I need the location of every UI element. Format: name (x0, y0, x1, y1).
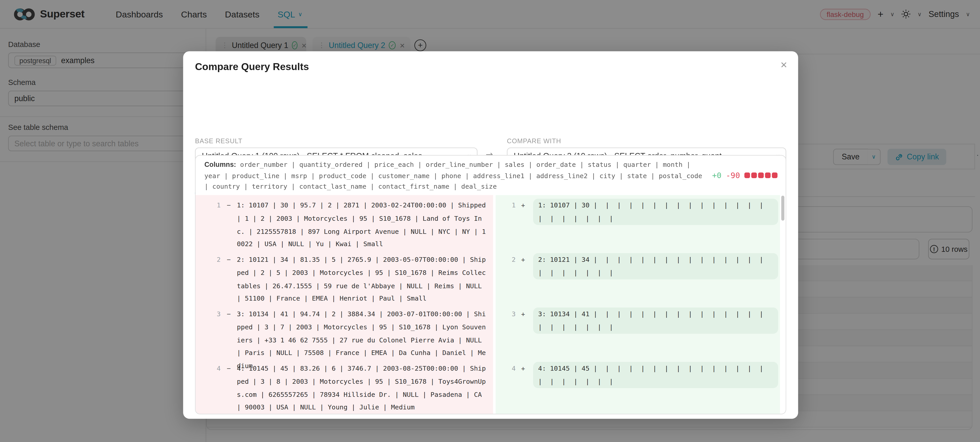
compare-query-results-modal: Compare Query Results ✕ BASE RESULT COMP… (183, 51, 798, 419)
diff-row-removed: 2 − 2: 10121 | 34 | 81.35 | 5 | 2765.9 |… (196, 253, 493, 307)
minus-marker: − (221, 199, 237, 212)
removed-row-text: 2: 10121 | 34 | 81.35 | 5 | 2765.9 | 200… (237, 253, 488, 305)
line-number: 2 (496, 253, 515, 266)
removed-count: -90 (726, 171, 740, 180)
minus-marker: − (221, 307, 237, 321)
diff-stats: +0 -90 (712, 171, 778, 180)
diff-scrollbar[interactable] (780, 195, 786, 414)
line-number: 3 (496, 307, 515, 321)
viewport: Superset Dashboards Charts Datasets SQL … (0, 0, 980, 442)
diff-row-removed: 4 − 4: 10145 | 45 | 83.26 | 6 | 3746.7 |… (196, 362, 493, 415)
diff-row-removed: 3 − 3: 10134 | 41 | 94.74 | 2 | 3884.34 … (196, 307, 493, 362)
plus-marker: + (515, 253, 531, 266)
minus-marker: − (221, 362, 237, 375)
diff-row-added: 4 + 4: 10145 | 45 | | | | | | | | | | | … (496, 362, 780, 415)
diff-row-added: 3 + 3: 10134 | 41 | | | | | | | | | | | … (496, 307, 780, 362)
line-number: 1 (196, 199, 221, 212)
added-row-text: 2: 10121 | 34 | | | | | | | | | | | | | … (533, 253, 778, 279)
diff-row-added: 1 + 1: 10107 | 30 | | | | | | | | | | | … (496, 199, 780, 253)
added-count: +0 (712, 171, 722, 180)
added-row-text: 1: 10107 | 30 | | | | | | | | | | | | | … (533, 199, 778, 224)
plus-marker: + (515, 199, 531, 212)
line-number: 2 (196, 253, 221, 266)
compare-with-label: COMPARE WITH (507, 137, 561, 144)
diff-row-removed: 1 − 1: 10107 | 30 | 95.7 | 2 | 2871 | 20… (196, 199, 493, 253)
close-icon[interactable]: ✕ (780, 60, 788, 70)
diff-panes: 1 − 1: 10107 | 30 | 95.7 | 2 | 2871 | 20… (196, 195, 786, 414)
columns-list: order_number | quantity_ordered | price_… (204, 161, 702, 190)
diff-pane-base[interactable]: 1 − 1: 10107 | 30 | 95.7 | 2 | 2871 | 20… (196, 195, 493, 414)
removed-row-text: 4: 10145 | 45 | 83.26 | 6 | 3746.7 | 200… (237, 362, 488, 414)
modal-title: Compare Query Results (195, 61, 309, 73)
added-row-text: 4: 10145 | 45 | | | | | | | | | | | | | … (533, 362, 778, 388)
line-number: 4 (196, 362, 221, 375)
diff-pane-compare[interactable]: 1 + 1: 10107 | 30 | | | | | | | | | | | … (496, 195, 780, 414)
line-number: 1 (496, 199, 515, 212)
plus-marker: + (515, 362, 531, 375)
minus-marker: − (221, 253, 237, 266)
added-row-text: 3: 10134 | 41 | | | | | | | | | | | | | … (533, 307, 778, 334)
diff-container: Columns: order_number | quantity_ordered… (195, 155, 786, 415)
columns-label: Columns: (204, 161, 236, 168)
columns-header: Columns: order_number | quantity_ordered… (196, 156, 714, 194)
scrollbar-thumb[interactable] (781, 196, 784, 221)
diff-row-added: 2 + 2: 10121 | 34 | | | | | | | | | | | … (496, 253, 780, 307)
diffstat-blocks-icon (745, 172, 778, 178)
line-number: 3 (196, 307, 221, 321)
removed-row-text: 1: 10107 | 30 | 95.7 | 2 | 2871 | 2003-0… (237, 199, 488, 251)
plus-marker: + (515, 307, 531, 321)
pane-divider (493, 195, 496, 414)
line-number: 4 (496, 362, 515, 375)
base-result-label: BASE RESULT (195, 137, 243, 144)
